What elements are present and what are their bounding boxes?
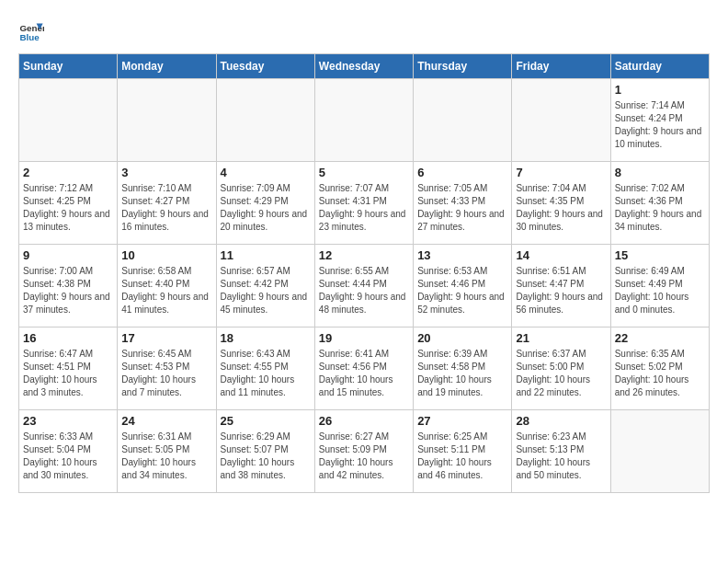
day-info: Sunrise: 6:49 AM Sunset: 4:49 PM Dayligh… (615, 265, 705, 316)
day-info: Sunrise: 6:31 AM Sunset: 5:05 PM Dayligh… (121, 431, 211, 482)
day-number: 14 (516, 248, 606, 262)
weekday-header-thursday: Thursday (414, 54, 512, 79)
day-info: Sunrise: 7:14 AM Sunset: 4:24 PM Dayligh… (615, 99, 705, 151)
day-number: 11 (221, 248, 311, 262)
calendar-cell: 7Sunrise: 7:04 AM Sunset: 4:35 PM Daylig… (512, 162, 610, 245)
calendar-cell: 9Sunrise: 7:00 AM Sunset: 4:38 PM Daylig… (19, 245, 118, 327)
day-number: 23 (23, 414, 113, 428)
calendar-cell: 20Sunrise: 6:39 AM Sunset: 4:58 PM Dayli… (414, 327, 512, 410)
logo-icon: General Blue (18, 18, 44, 44)
calendar-cell (19, 79, 118, 162)
day-number: 17 (121, 331, 211, 345)
logo: General Blue (18, 18, 44, 44)
calendar-cell: 8Sunrise: 7:02 AM Sunset: 4:36 PM Daylig… (610, 162, 709, 245)
calendar-cell: 18Sunrise: 6:43 AM Sunset: 4:55 PM Dayli… (216, 327, 314, 410)
day-number: 6 (417, 166, 507, 179)
calendar-cell (610, 410, 709, 493)
day-info: Sunrise: 6:29 AM Sunset: 5:07 PM Dayligh… (221, 431, 311, 482)
weekday-header-saturday: Saturday (610, 54, 709, 79)
calendar-cell: 24Sunrise: 6:31 AM Sunset: 5:05 PM Dayli… (118, 410, 216, 493)
calendar-cell: 5Sunrise: 7:07 AM Sunset: 4:31 PM Daylig… (314, 162, 413, 245)
day-number: 19 (319, 331, 409, 345)
calendar-cell: 19Sunrise: 6:41 AM Sunset: 4:56 PM Dayli… (314, 327, 413, 410)
day-info: Sunrise: 6:25 AM Sunset: 5:11 PM Dayligh… (417, 431, 507, 482)
calendar-week-3: 9Sunrise: 7:00 AM Sunset: 4:38 PM Daylig… (19, 245, 710, 327)
day-info: Sunrise: 6:45 AM Sunset: 4:53 PM Dayligh… (121, 348, 211, 399)
calendar-cell: 3Sunrise: 7:10 AM Sunset: 4:27 PM Daylig… (118, 162, 216, 245)
calendar-cell: 22Sunrise: 6:35 AM Sunset: 5:02 PM Dayli… (610, 327, 709, 410)
weekday-header-friday: Friday (512, 54, 610, 79)
calendar-week-5: 23Sunrise: 6:33 AM Sunset: 5:04 PM Dayli… (19, 410, 710, 493)
calendar-cell (314, 79, 413, 162)
day-info: Sunrise: 6:53 AM Sunset: 4:46 PM Dayligh… (417, 265, 507, 316)
day-number: 15 (615, 248, 705, 262)
day-info: Sunrise: 7:09 AM Sunset: 4:29 PM Dayligh… (221, 182, 311, 234)
calendar-cell: 6Sunrise: 7:05 AM Sunset: 4:33 PM Daylig… (414, 162, 512, 245)
day-number: 20 (417, 331, 507, 345)
day-info: Sunrise: 7:00 AM Sunset: 4:38 PM Dayligh… (23, 265, 113, 316)
day-number: 21 (516, 331, 606, 345)
weekday-header-sunday: Sunday (19, 54, 118, 79)
calendar-cell: 15Sunrise: 6:49 AM Sunset: 4:49 PM Dayli… (610, 245, 709, 327)
day-info: Sunrise: 6:55 AM Sunset: 4:44 PM Dayligh… (319, 265, 409, 316)
weekday-header-tuesday: Tuesday (216, 54, 314, 79)
day-number: 5 (319, 166, 409, 179)
day-number: 26 (319, 414, 409, 428)
calendar-cell: 26Sunrise: 6:27 AM Sunset: 5:09 PM Dayli… (314, 410, 413, 493)
day-number: 12 (319, 248, 409, 262)
day-info: Sunrise: 6:37 AM Sunset: 5:00 PM Dayligh… (516, 348, 606, 399)
day-info: Sunrise: 6:27 AM Sunset: 5:09 PM Dayligh… (319, 431, 409, 482)
day-info: Sunrise: 6:51 AM Sunset: 4:47 PM Dayligh… (516, 265, 606, 316)
calendar-cell: 12Sunrise: 6:55 AM Sunset: 4:44 PM Dayli… (314, 245, 413, 327)
day-info: Sunrise: 7:07 AM Sunset: 4:31 PM Dayligh… (319, 182, 409, 234)
day-info: Sunrise: 7:02 AM Sunset: 4:36 PM Dayligh… (615, 182, 705, 234)
day-number: 24 (121, 414, 211, 428)
calendar-cell: 1Sunrise: 7:14 AM Sunset: 4:24 PM Daylig… (610, 79, 709, 162)
weekday-header-row: SundayMondayTuesdayWednesdayThursdayFrid… (19, 54, 710, 79)
day-info: Sunrise: 7:05 AM Sunset: 4:33 PM Dayligh… (417, 182, 507, 234)
day-number: 7 (516, 166, 606, 179)
day-info: Sunrise: 7:12 AM Sunset: 4:25 PM Dayligh… (23, 182, 113, 234)
day-number: 4 (221, 166, 311, 179)
day-number: 16 (23, 331, 113, 345)
calendar-cell: 25Sunrise: 6:29 AM Sunset: 5:07 PM Dayli… (216, 410, 314, 493)
day-info: Sunrise: 6:33 AM Sunset: 5:04 PM Dayligh… (23, 431, 113, 482)
svg-text:Blue: Blue (19, 32, 40, 42)
day-info: Sunrise: 6:23 AM Sunset: 5:13 PM Dayligh… (516, 431, 606, 482)
day-number: 3 (121, 166, 211, 179)
weekday-header-monday: Monday (118, 54, 216, 79)
calendar: SundayMondayTuesdayWednesdayThursdayFrid… (18, 53, 710, 493)
calendar-cell: 28Sunrise: 6:23 AM Sunset: 5:13 PM Dayli… (512, 410, 610, 493)
day-info: Sunrise: 6:47 AM Sunset: 4:51 PM Dayligh… (23, 348, 113, 399)
calendar-cell: 17Sunrise: 6:45 AM Sunset: 4:53 PM Dayli… (118, 327, 216, 410)
calendar-cell: 16Sunrise: 6:47 AM Sunset: 4:51 PM Dayli… (19, 327, 118, 410)
calendar-cell (118, 79, 216, 162)
day-info: Sunrise: 6:41 AM Sunset: 4:56 PM Dayligh… (319, 348, 409, 399)
day-info: Sunrise: 6:43 AM Sunset: 4:55 PM Dayligh… (221, 348, 311, 399)
day-number: 8 (615, 166, 705, 179)
day-number: 22 (615, 331, 705, 345)
calendar-cell (512, 79, 610, 162)
day-number: 28 (516, 414, 606, 428)
day-info: Sunrise: 7:04 AM Sunset: 4:35 PM Dayligh… (516, 182, 606, 234)
day-info: Sunrise: 6:58 AM Sunset: 4:40 PM Dayligh… (121, 265, 211, 316)
day-number: 27 (417, 414, 507, 428)
calendar-week-4: 16Sunrise: 6:47 AM Sunset: 4:51 PM Dayli… (19, 327, 710, 410)
calendar-cell (216, 79, 314, 162)
day-number: 2 (23, 166, 113, 179)
day-number: 18 (221, 331, 311, 345)
day-info: Sunrise: 6:39 AM Sunset: 4:58 PM Dayligh… (417, 348, 507, 399)
calendar-cell: 23Sunrise: 6:33 AM Sunset: 5:04 PM Dayli… (19, 410, 118, 493)
calendar-cell: 10Sunrise: 6:58 AM Sunset: 4:40 PM Dayli… (118, 245, 216, 327)
day-number: 10 (121, 248, 211, 262)
day-number: 25 (221, 414, 311, 428)
day-number: 9 (23, 248, 113, 262)
weekday-header-wednesday: Wednesday (314, 54, 413, 79)
calendar-cell: 14Sunrise: 6:51 AM Sunset: 4:47 PM Dayli… (512, 245, 610, 327)
calendar-cell: 27Sunrise: 6:25 AM Sunset: 5:11 PM Dayli… (414, 410, 512, 493)
day-info: Sunrise: 6:35 AM Sunset: 5:02 PM Dayligh… (615, 348, 705, 399)
day-number: 13 (417, 248, 507, 262)
calendar-cell: 2Sunrise: 7:12 AM Sunset: 4:25 PM Daylig… (19, 162, 118, 245)
calendar-week-2: 2Sunrise: 7:12 AM Sunset: 4:25 PM Daylig… (19, 162, 710, 245)
calendar-cell: 13Sunrise: 6:53 AM Sunset: 4:46 PM Dayli… (414, 245, 512, 327)
